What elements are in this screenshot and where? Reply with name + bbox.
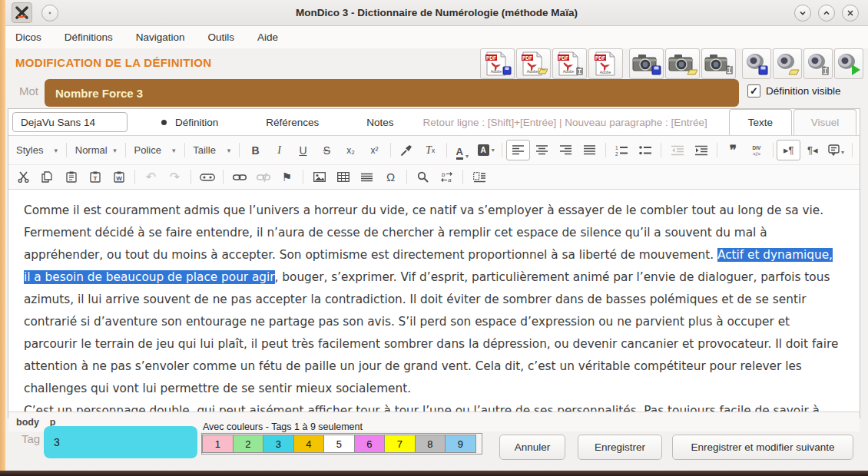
underline-button[interactable]: U bbox=[291, 140, 315, 160]
outdent-button[interactable] bbox=[665, 140, 689, 160]
save-and-next-button[interactable]: Enregistrer et modifier suivante bbox=[672, 435, 853, 460]
tag-color-1[interactable]: 1 bbox=[202, 435, 234, 453]
paste-text-icon: T bbox=[90, 171, 101, 183]
tag-color-6[interactable]: 6 bbox=[354, 435, 386, 453]
show-blocks-button[interactable] bbox=[467, 167, 491, 187]
align-left-button[interactable] bbox=[506, 140, 530, 160]
pdf-save-button[interactable]: PDF Adobe bbox=[480, 48, 515, 79]
superscript-button[interactable]: x² bbox=[363, 140, 386, 160]
text-direction-ltr-button[interactable]: ▸¶ bbox=[777, 140, 800, 160]
anchor-button[interactable]: ⚑ bbox=[275, 167, 299, 187]
outdent-icon bbox=[671, 145, 684, 156]
replace-button[interactable]: b a bbox=[435, 167, 459, 187]
word-input[interactable]: Nombre Force 3 bbox=[45, 79, 739, 107]
numbered-list-button[interactable]: 1 2 bbox=[609, 140, 633, 160]
cut-button[interactable] bbox=[12, 167, 35, 187]
paste-from-word-button[interactable]: W bbox=[107, 167, 131, 187]
insert-image-button[interactable] bbox=[307, 167, 331, 187]
language-button[interactable]: ▾ bbox=[824, 140, 848, 160]
audio-open-button[interactable] bbox=[773, 48, 802, 79]
horizontal-rule-button[interactable] bbox=[355, 167, 379, 187]
audio-delete-button[interactable] bbox=[803, 48, 833, 79]
unlink-button[interactable] bbox=[251, 167, 275, 187]
subscript-button[interactable]: x₂ bbox=[339, 140, 363, 160]
tag-color-2[interactable]: 2 bbox=[233, 435, 264, 453]
remove-format-button[interactable]: Tx bbox=[419, 140, 442, 160]
special-char-button[interactable]: Ω bbox=[379, 167, 403, 187]
font-dropdown[interactable]: Police▾ bbox=[130, 141, 181, 160]
unlink-icon bbox=[257, 172, 270, 183]
dot-icon bbox=[47, 10, 53, 16]
titlebar[interactable]: MonDico 3 - Dictionnaire de Numérologie … bbox=[5, 0, 868, 26]
menu-aide[interactable]: Aide bbox=[257, 31, 278, 43]
definition-editor: DejaVu Sans 14 Définition Références Not… bbox=[8, 108, 860, 418]
paste-as-text-button[interactable]: T bbox=[83, 167, 107, 187]
menu-navigation[interactable]: Navigation bbox=[136, 31, 185, 43]
tag-color-3[interactable]: 3 bbox=[263, 435, 294, 453]
undo-button[interactable]: ↶ bbox=[139, 167, 163, 187]
tag-color-5[interactable]: 5 bbox=[323, 435, 355, 453]
pdf-open-button[interactable]: PDF Adobe bbox=[516, 48, 551, 79]
menu-definitions[interactable]: Définitions bbox=[65, 31, 113, 43]
format-dropdown[interactable]: Normal▾ bbox=[71, 141, 121, 160]
menubar: Dicos Définitions Navigation Outils Aide bbox=[5, 26, 868, 48]
cancel-button[interactable]: Annuler bbox=[499, 435, 565, 460]
svg-text:Adobe: Adobe bbox=[490, 69, 502, 74]
div-container-button[interactable]: DIV </> bbox=[745, 140, 769, 160]
minimize-button[interactable] bbox=[794, 5, 811, 21]
line-break-hint: Retour ligne : [Shift]+[Entrée] | Nouvea… bbox=[423, 117, 707, 128]
copy-formatting-button[interactable] bbox=[395, 140, 419, 160]
tag-color-7[interactable]: 7 bbox=[384, 435, 416, 453]
menu-dicos[interactable]: Dicos bbox=[15, 31, 41, 43]
radio-definition[interactable]: Définition bbox=[158, 117, 218, 128]
audio-play-button[interactable] bbox=[834, 48, 863, 79]
align-justify-button[interactable] bbox=[578, 140, 601, 160]
definition-text-area[interactable]: Comme il est couramment admis que l’univ… bbox=[8, 190, 860, 412]
tag-color-4[interactable]: 4 bbox=[293, 435, 325, 453]
pdf-delete-button[interactable]: PDF Adobe bbox=[552, 48, 587, 79]
tag-input[interactable]: 3 bbox=[44, 426, 197, 458]
background-color-button[interactable]: A ▾ bbox=[474, 140, 498, 160]
find-button[interactable] bbox=[411, 167, 435, 187]
menu-outils[interactable]: Outils bbox=[208, 31, 235, 43]
element-path-body[interactable]: body bbox=[16, 417, 39, 428]
photo-delete-button[interactable] bbox=[701, 48, 736, 79]
tab-texte[interactable]: Texte bbox=[729, 109, 792, 135]
window-menu-button[interactable] bbox=[41, 5, 58, 21]
align-center-button[interactable] bbox=[530, 140, 554, 160]
definition-visible-checkbox[interactable]: ✓ bbox=[747, 84, 760, 98]
insert-table-button[interactable] bbox=[331, 167, 355, 187]
photo-save-button[interactable] bbox=[629, 48, 664, 79]
tag-color-9[interactable]: 9 bbox=[445, 435, 476, 453]
photo-open-button[interactable] bbox=[665, 48, 700, 79]
text-direction-rtl-button[interactable]: ¶◂ bbox=[800, 140, 824, 160]
copy-button[interactable] bbox=[35, 167, 59, 187]
font-selector[interactable]: DejaVu Sans 14 bbox=[12, 112, 128, 132]
styles-dropdown[interactable]: Styles▾ bbox=[12, 141, 62, 160]
text-color-button[interactable]: A ▾ bbox=[450, 140, 474, 160]
link-button[interactable] bbox=[227, 167, 251, 187]
app-icon[interactable] bbox=[12, 2, 32, 23]
radio-references[interactable]: Références bbox=[249, 117, 319, 128]
size-dropdown[interactable]: Taille▾ bbox=[188, 141, 235, 160]
close-button[interactable] bbox=[842, 5, 859, 21]
radio-notes[interactable]: Notes bbox=[350, 117, 393, 128]
save-button[interactable]: Enregistrer bbox=[578, 435, 662, 460]
clipboard-toolbar: T W ↶ ↷ bbox=[8, 165, 860, 190]
paste-button[interactable] bbox=[59, 167, 83, 187]
redo-button[interactable]: ↷ bbox=[163, 167, 187, 187]
indent-button[interactable] bbox=[689, 140, 713, 160]
application-window: MonDico 3 - Dictionnaire de Numérologie … bbox=[0, 0, 868, 476]
italic-button[interactable]: I bbox=[267, 140, 291, 160]
pdf-view-button[interactable]: PDF Adobe bbox=[588, 48, 623, 79]
maximize-button[interactable] bbox=[818, 5, 835, 21]
bullet-list-button[interactable] bbox=[633, 140, 657, 160]
align-right-button[interactable] bbox=[554, 140, 578, 160]
blockquote-button[interactable]: ❞ bbox=[721, 140, 745, 160]
bold-button[interactable]: B bbox=[244, 140, 267, 160]
spellcheck-button[interactable] bbox=[195, 167, 219, 187]
audio-save-button[interactable] bbox=[742, 48, 771, 79]
tag-color-8[interactable]: 8 bbox=[415, 435, 446, 453]
strikethrough-button[interactable]: S bbox=[315, 140, 339, 160]
tab-visuel[interactable]: Visuel bbox=[793, 109, 856, 135]
